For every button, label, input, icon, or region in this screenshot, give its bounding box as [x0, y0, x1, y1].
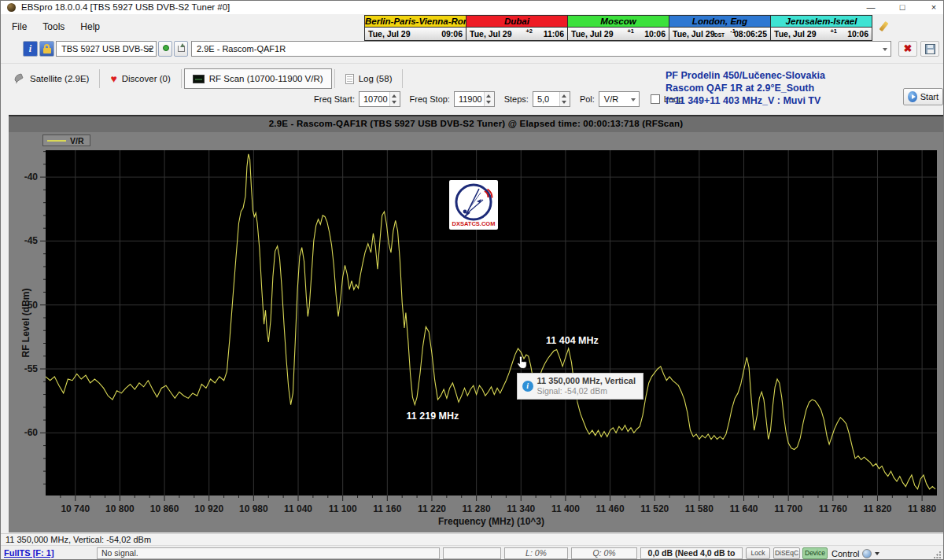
app-icon — [7, 3, 16, 12]
tuner-select-value: TBS 5927 USB DVB-S2 Tuner — [61, 44, 157, 53]
tab-bar: Satellite (2.9E) ♥ Discover (0) RF Scan … — [6, 68, 405, 90]
clock-date: Tue, Jul 29 — [673, 29, 715, 39]
lock-button[interactable] — [39, 41, 54, 57]
note-line-1: PF Prodelin 450/Lučenec-Slovakia — [666, 69, 825, 82]
spinner-buttons[interactable] — [484, 92, 494, 106]
signal-tooltip: i 11 350,000 MHz, Vertical Signal: -54,0… — [517, 373, 643, 400]
svg-text:11 520: 11 520 — [640, 503, 669, 514]
tab-rf-scan[interactable]: RF Scan (10700-11900 V/R) — [184, 68, 332, 89]
resize-grip[interactable] — [933, 551, 942, 559]
svg-text:11 400: 11 400 — [551, 503, 580, 514]
menu-help[interactable]: Help — [72, 20, 108, 34]
tab-discover[interactable]: ♥ Discover (0) — [102, 68, 178, 89]
svg-text:11 340: 11 340 — [507, 503, 535, 514]
status-bar: FullTS [F: 1] No signal. L: 0% Q: 0% 0,0… — [1, 545, 943, 560]
tab-satellite[interactable]: Satellite (2.9E) — [6, 68, 97, 89]
clock-city-label: Berlin-Paris-Vienna-Roma — [365, 16, 466, 28]
level-indicator: L: 0% — [504, 547, 568, 559]
clock-utc-offset: +1 — [830, 28, 837, 35]
clock-time: 10:06 — [847, 29, 868, 39]
freq-stop-input[interactable]: 11900 — [454, 91, 495, 107]
loop-checkbox[interactable] — [651, 94, 660, 104]
device-button[interactable]: Device — [802, 547, 828, 559]
world-clocks: Berlin-Paris-Vienna-Roma Tue, Jul 29 09:… — [365, 15, 872, 41]
chart-legend: V/R — [42, 134, 90, 146]
svg-text:11 460: 11 460 — [596, 503, 625, 514]
steps-label: Steps: — [504, 94, 529, 104]
svg-text:11 280: 11 280 — [463, 503, 491, 514]
polarity-select[interactable]: V/R — [599, 91, 640, 107]
pol-label: Pol: — [580, 94, 595, 104]
ebspro-window: EBSpro 18.0.0.4 [TBS 5927 USB DVB-S2 Tun… — [0, 0, 944, 560]
tooltip-detail: Signal: -54,02 dBm — [537, 386, 636, 396]
tab-log[interactable]: Log (58) — [337, 68, 400, 89]
spinner-buttons[interactable] — [389, 92, 400, 106]
clock-moscow: Moscow Tue, Jul 29 +1 10:06 — [567, 15, 669, 41]
clock-city-label: Jerusalem-Israel — [771, 16, 872, 28]
start-button-label: Start — [920, 92, 938, 101]
clock-utc-offset: +1 — [627, 28, 634, 35]
tab-discover-label: Discover (0) — [122, 74, 171, 83]
clock-city-label: Dubai — [466, 16, 567, 28]
note-line-2: Rascom QAF 1R at 2.9°E_South — [666, 82, 825, 94]
tooltip-title: 11 350,000 MHz, Vertical — [537, 375, 636, 386]
control-menu[interactable]: Control — [832, 547, 879, 559]
delete-feed-button[interactable]: ✖ — [898, 41, 917, 57]
menu-tools[interactable]: Tools — [35, 20, 72, 34]
feed-combobox[interactable]: 2.9E - Rascom-QAF1R — [191, 41, 891, 57]
rf-scan-chart: 2.9E - Rascom-QAF1R (TBS 5927 USB DVB-S2… — [9, 115, 943, 532]
window-title: EBSpro 18.0.0.4 [TBS 5927 USB DVB-S2 Tun… — [21, 2, 230, 12]
maximize-button[interactable]: □ — [888, 1, 916, 14]
minimize-button[interactable]: — — [857, 1, 885, 14]
clock-city-label: Moscow — [568, 16, 669, 28]
tab-log-label: Log (58) — [359, 74, 393, 83]
tab-rf-scan-label: RF Scan (10700-11900 V/R) — [209, 74, 323, 83]
note-line-3: f=11 349+11 403 MHz_V : Muvi TV — [666, 94, 825, 107]
clock-date: Tue, Jul 29 — [368, 29, 411, 39]
toolbar-separator — [1, 63, 943, 64]
diseqc-button[interactable]: DiSEqC — [773, 547, 800, 559]
lock-status-button[interactable]: Lock — [746, 547, 770, 559]
fullts-link[interactable]: FullTS [F: 1] — [4, 548, 54, 558]
import-button[interactable] — [174, 41, 188, 57]
svg-text:11 040: 11 040 — [284, 503, 312, 514]
menu-file[interactable]: File — [4, 20, 35, 34]
close-button[interactable]: × — [920, 1, 944, 14]
svg-text:11 640: 11 640 — [729, 503, 758, 514]
tuner-select[interactable]: TBS 5927 USB DVB-S2 Tuner — [56, 41, 157, 57]
clock-city-label: London, Eng — [669, 16, 770, 28]
legend-line-sample — [47, 140, 66, 142]
svg-text:11 880: 11 880 — [908, 503, 936, 514]
steps-input[interactable]: 5,0 — [533, 91, 570, 107]
clock-dst-label: DST — [714, 32, 725, 38]
svg-text:Frequency (MHz) (10^3): Frequency (MHz) (10^3) — [438, 516, 544, 527]
clock-jerusalem: Jerusalem-Israel Tue, Jul 29 +1 10:06 — [770, 15, 872, 41]
svg-text:10 740: 10 740 — [61, 503, 90, 514]
info-icon: i — [522, 381, 533, 392]
svg-text:11 700: 11 700 — [774, 503, 802, 514]
edit-clocks-icon[interactable] — [879, 21, 889, 31]
pin-icon — [163, 45, 169, 51]
play-icon — [908, 91, 917, 102]
clock-dubai: Dubai Tue, Jul 29 +2 11:06 — [466, 15, 568, 41]
clock-utc-offset: +2 — [525, 28, 533, 35]
clock-time: 08:06:25 — [734, 29, 767, 39]
snr-indicator: 0,0 dB (Need 4,0 dB to LOCK) — [640, 547, 743, 559]
menu-bar: File Tools Help — [4, 20, 108, 34]
spinner-buttons[interactable] — [559, 92, 570, 106]
svg-text:RF Level (dBm): RF Level (dBm) — [20, 288, 31, 357]
save-button[interactable] — [920, 41, 939, 57]
satellite-dish-icon — [13, 73, 25, 84]
freq-start-input[interactable]: 10700 — [359, 91, 400, 107]
clock-london: London, Eng Tue, Jul 29 -1 DST 08:06:25 — [669, 15, 771, 41]
start-button[interactable]: Start — [903, 88, 943, 105]
control-icon — [862, 549, 872, 558]
spectrum-plot[interactable]: 10 74010 80010 86010 92010 98011 04011 1… — [9, 116, 943, 532]
floppy-disk-icon — [925, 44, 935, 54]
location-pin-button[interactable] — [158, 41, 172, 57]
svg-text:11 760: 11 760 — [819, 503, 847, 514]
svg-text:10 980: 10 980 — [239, 503, 268, 514]
clock-date: Tue, Jul 29 — [774, 29, 817, 39]
info-button[interactable]: i — [23, 41, 38, 57]
svg-text:11 580: 11 580 — [685, 503, 714, 514]
